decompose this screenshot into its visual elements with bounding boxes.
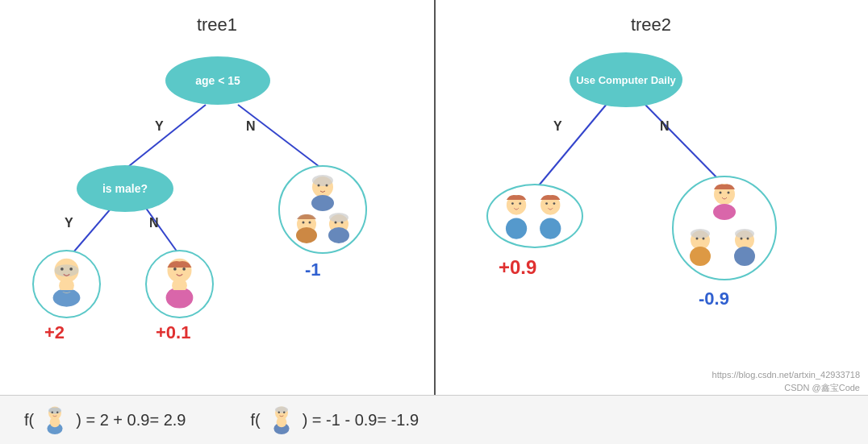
tree2-section: tree2 Use Computer Daily Y N <box>434 0 868 395</box>
svg-point-52 <box>734 247 755 266</box>
svg-point-25 <box>335 222 337 224</box>
svg-point-41 <box>728 192 730 194</box>
svg-point-37 <box>553 202 555 205</box>
tree2-leaf-family <box>672 176 777 280</box>
formula-boy-icon <box>42 405 68 434</box>
svg-point-33 <box>519 202 521 205</box>
tree2-score-left: +0.9 <box>499 256 536 279</box>
svg-point-17 <box>318 185 320 187</box>
tree1-leaf-girl <box>145 250 214 318</box>
girl-icon <box>149 254 210 314</box>
svg-point-51 <box>747 238 749 240</box>
svg-point-56 <box>56 412 58 413</box>
tree2-score-right: -0.9 <box>699 288 729 309</box>
svg-point-49 <box>735 229 754 239</box>
svg-point-50 <box>741 238 743 240</box>
svg-point-42 <box>713 204 736 220</box>
watermark: https://blog.csdn.net/artxin_42933718 CS… <box>712 369 860 394</box>
formula-bar: f( ) = 2 + 0.9= 2.9 f( ) = -1 - 0.9= -1.… <box>0 395 868 444</box>
svg-point-5 <box>55 264 79 276</box>
tree1-title: tree1 <box>0 6 434 35</box>
tree1-left-right-label: N <box>149 216 159 230</box>
tree2-leaf-girls <box>486 184 583 248</box>
svg-line-30 <box>644 103 724 185</box>
svg-point-60 <box>275 407 288 413</box>
svg-point-20 <box>303 222 305 224</box>
formula-oldman-icon <box>269 405 294 434</box>
svg-point-22 <box>296 227 317 243</box>
svg-point-58 <box>50 417 61 427</box>
svg-point-28 <box>311 195 334 211</box>
tree1-score-r: -1 <box>305 259 321 280</box>
svg-line-0 <box>125 105 206 169</box>
svg-point-11 <box>173 268 177 271</box>
svg-point-24 <box>329 213 348 222</box>
svg-point-21 <box>309 222 311 224</box>
tree1-left-left-label: Y <box>65 216 73 230</box>
svg-point-54 <box>48 407 61 413</box>
svg-point-47 <box>690 247 711 266</box>
svg-point-44 <box>691 229 710 239</box>
tree1-leaf-elderly <box>278 165 367 254</box>
svg-point-36 <box>545 202 548 205</box>
tree1-root-right-label: N <box>246 119 256 134</box>
svg-point-45 <box>696 238 699 240</box>
elderly-group-icon <box>282 169 363 250</box>
watermark-line1: https://blog.csdn.net/artxin_42933718 <box>712 369 860 381</box>
tree1-section: tree1 age < 15 Y N is male? Y N <box>0 0 434 395</box>
svg-point-26 <box>341 222 344 224</box>
tree2-title: tree2 <box>434 6 868 35</box>
tree1-left-node: is male? <box>77 165 173 212</box>
tree1-root-left-label: Y <box>155 119 164 134</box>
svg-point-18 <box>326 185 328 187</box>
svg-point-6 <box>61 268 64 271</box>
svg-point-64 <box>276 417 286 427</box>
svg-line-29 <box>539 103 607 185</box>
formula-f2: f( <box>250 411 260 429</box>
svg-point-34 <box>505 218 526 239</box>
svg-point-55 <box>52 412 53 413</box>
girls-group-icon <box>489 186 582 247</box>
watermark-line2: CSDN @鑫宝Code <box>712 382 860 394</box>
tree1-score-ll: +2 <box>44 322 65 343</box>
family-group-icon <box>676 180 773 276</box>
tree2-root-right-label: N <box>660 119 670 134</box>
tree1-score-lr: +0.1 <box>156 322 190 343</box>
svg-point-40 <box>720 192 722 194</box>
tree1-root-node: age < 15 <box>165 56 270 105</box>
formula-f1: f( <box>24 411 34 429</box>
tree2-root-node: Use Computer Daily <box>570 52 682 107</box>
svg-point-46 <box>703 238 705 240</box>
formula-text2: ) = -1 - 0.9= -1.9 <box>303 411 419 429</box>
svg-point-27 <box>328 227 349 243</box>
formula-text1: ) = 2 + 0.9= 2.9 <box>76 411 186 429</box>
svg-point-38 <box>540 218 561 239</box>
svg-point-7 <box>69 268 73 271</box>
main-container: tree1 age < 15 Y N is male? Y N <box>0 0 868 444</box>
svg-point-61 <box>278 412 279 413</box>
tree2-root-left-label: Y <box>553 119 562 134</box>
boy-icon <box>36 254 97 314</box>
svg-point-32 <box>511 202 513 205</box>
svg-point-12 <box>182 268 186 271</box>
svg-line-1 <box>238 105 323 169</box>
svg-point-62 <box>283 412 285 413</box>
tree1-leaf-boy <box>32 250 101 318</box>
svg-point-16 <box>312 175 333 186</box>
